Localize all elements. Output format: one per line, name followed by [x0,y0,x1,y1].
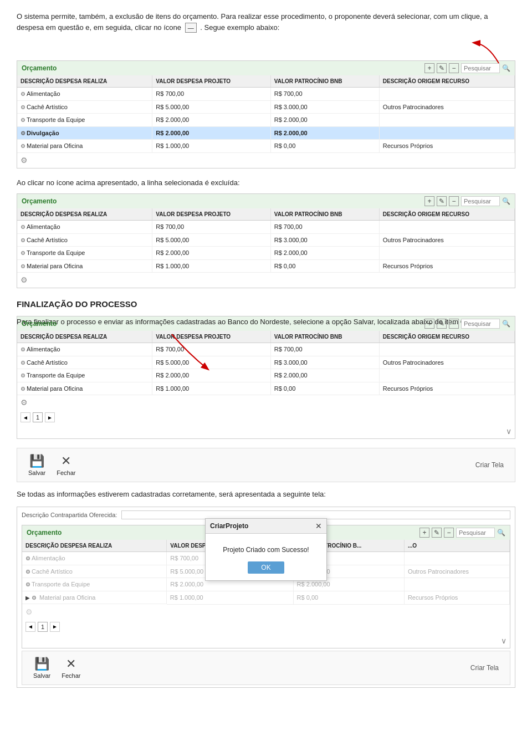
edit-btn-2[interactable]: ✎ [437,196,447,206]
table-1: DESCRIÇÃO DESPESA REALIZA VALOR DESPESA … [17,75,515,153]
scroll-indicator: ∨ [17,425,515,438]
col-valor-bnb-2: VALOR PATROCÍNIO BNB [270,208,379,221]
edit-btn-bg[interactable]: ✎ [432,528,442,538]
action-buttons-final: 💾 Salvar ✕ Fechar Criar Tela [22,651,510,685]
minus-icon-inline: — [185,23,197,33]
intro-text-after: . Segue exemplo abaixo: [200,23,279,32]
modal-title: CriarProjeto [210,521,248,531]
table-2: DESCRIÇÃO DESPESA REALIZA VALOR DESPESA … [17,208,515,273]
col-desc-3: DESCRIÇÃO DESPESA REALIZA [17,331,152,343]
col-origem: DESCRIÇÃO ORIGEM RECURSO [379,75,514,88]
prev-page-btn-bg[interactable]: ◄ [25,622,35,632]
edit-btn-3[interactable]: ✎ [437,319,447,329]
col-valor-despesa: VALOR DESPESA PROJETO [152,75,270,88]
footer-icon-bg: ⚙ [22,605,510,620]
final-text: Se todas as informações estiverem cadast… [17,489,515,500]
table-row: ⚙Alimentação R$ 700,00 R$ 700,00 [17,221,515,234]
fechar-label: Fechar [57,469,75,476]
table-header-row-3: DESCRIÇÃO DESPESA REALIZA VALOR DESPESA … [17,331,515,343]
modal-titlebar: CriarProjeto ✕ [206,519,326,534]
col-valor-despesa-2: VALOR DESPESA PROJETO [152,208,270,221]
fechar-button-final[interactable]: ✕ Fechar [62,657,80,679]
add-btn-bg[interactable]: + [420,528,429,538]
table-3: DESCRIÇÃO DESPESA REALIZA VALOR DESPESA … [17,331,515,395]
modal-ok-btn[interactable]: OK [248,561,284,574]
pagination-row-bg: ◄ 1 ► [22,620,510,634]
orcamento-controls-bg: + ✎ − 🔍 [420,528,505,538]
footer-icon-2: ⚙ [17,273,515,288]
table-row: ⚙Material para Oficina R$ 1.000,00 R$ 0,… [17,382,515,395]
pagination-row: ◄ 1 ► [17,410,515,425]
arrow-svg-2 [161,331,227,376]
search-btn-3[interactable]: 🔍 [502,320,510,328]
salvar-button-final[interactable]: 💾 Salvar [33,657,50,679]
table-row: ⚙Alimentação R$ 700,00 R$ 700,00 [17,88,515,101]
table-row: ⚙Transporte da Equipe R$ 2.000,00 R$ 2.0… [17,114,515,127]
table-row: ⚙Cachê Artístico R$ 5.000,00 R$ 3.000,00… [17,356,515,369]
add-btn-2[interactable]: + [424,196,434,206]
table-row: ⚙Cachê Artístico R$ 5.000,00 R$ 3.000,00… [17,233,515,247]
salvar-button[interactable]: 💾 Salvar [28,454,45,476]
orcamento-title-bg: Orçamento [27,528,62,538]
table-row: ⚙Transporte da Equipe R$ 2.000,00 R$ 2.0… [17,369,515,382]
orcamento-header-2: Orçamento + ✎ − 🔍 [17,194,515,208]
save-icon-final: 💾 [34,657,49,671]
orcamento-controls-2: + ✎ − 🔍 [424,196,510,206]
modal-bg: Descrição Contrapartida Oferecida: Orçam… [17,507,515,688]
col-valor-bnb: VALOR PATROCÍNIO BNB [270,75,379,88]
col-origem-3: DESCRIÇÃO ORIGEM RECURSO [379,331,514,343]
arrow-svg-1 [454,38,510,66]
search-input-2[interactable] [461,196,500,206]
current-page-bg: 1 [38,622,48,632]
criar-tela-link[interactable]: Criar Tela [475,460,504,470]
delete-btn-3[interactable]: − [449,319,459,329]
table-row: ⚙Divulgação R$ 2.000,00 R$ 2.000,00 [17,126,515,140]
criar-tela-link-final[interactable]: Criar Tela [470,663,499,673]
close-icon-final: ✕ [66,657,76,671]
current-page: 1 [33,412,43,422]
orcamento-title-3: Orçamento [22,319,57,329]
table-row: ⚙Alimentação R$ 700,00 R$ 700,00 [17,343,515,356]
intro-para1: O sistema permite, também, a exclusão de… [17,11,515,33]
table-row: ⚙Cachê Artístico R$ 5.000,00 R$ 3.000,00… [17,100,515,114]
action-buttons-left: 💾 Salvar ✕ Fechar [28,454,75,476]
modal-body: Projeto Criado com Sucesso! OK [206,534,326,580]
orcamento-table-3: Orçamento + ✎ − 🔍 DESCRIÇÃO DESPESA REAL… [17,316,515,439]
add-btn-3[interactable]: + [424,319,434,329]
close-icon: ✕ [61,454,71,468]
action-buttons-left-final: 💾 Salvar ✕ Fechar [33,657,80,679]
col-origem-2: DESCRIÇÃO ORIGEM RECURSO [379,208,514,221]
delete-btn-bg[interactable]: − [444,528,454,538]
search-btn-bg[interactable]: 🔍 [497,529,505,537]
action-buttons-area: 💾 Salvar ✕ Fechar Criar Tela [17,448,515,482]
footer-icon-3: ⚙ [17,395,515,410]
salvar-label: Salvar [28,469,45,476]
prev-page-btn[interactable]: ◄ [21,412,30,422]
search-input-3[interactable] [461,319,500,329]
search-input-bg[interactable] [456,528,495,538]
desc-label: Descrição Contrapartida Oferecida: [22,510,117,520]
salvar-label-final: Salvar [33,672,50,679]
finalizacao-heading: FINALIZAÇÃO DO PROCESSO [17,298,515,311]
table-row: ⚙Transporte da Equipe R$ 2.000,00 R$ 2.0… [17,247,515,260]
table-row: ▶⚙Material para Oficina R$ 1.000,00 R$ 0… [22,591,510,604]
col-desc-bg: DESCRIÇÃO DESPESA REALIZA [22,540,167,552]
modal-message: Projeto Criado com Sucesso! [223,546,309,554]
fechar-button[interactable]: ✕ Fechar [57,454,75,476]
mid-text-1: Ao clicar no ícone acima apresentado, a … [17,177,515,188]
fechar-label-final: Fechar [62,672,80,679]
orcamento-controls-3: + ✎ − 🔍 [424,319,510,329]
next-page-btn-bg[interactable]: ► [50,622,60,632]
table-row: ⚙Material para Oficina R$ 1.000,00 R$ 0,… [17,259,515,273]
orcamento-table-2: Orçamento + ✎ − 🔍 DESCRIÇÃO DESPESA REAL… [17,193,515,288]
col-desc: DESCRIÇÃO DESPESA REALIZA [17,75,152,88]
delete-btn-2[interactable]: − [449,196,459,206]
table-header-row: DESCRIÇÃO DESPESA REALIZA VALOR DESPESA … [17,75,515,88]
col-desc-2: DESCRIÇÃO DESPESA REALIZA [17,208,152,221]
orcamento-title-2: Orçamento [22,196,57,206]
scroll-indicator-bg: ∨ [22,634,510,648]
next-page-btn[interactable]: ► [45,412,55,422]
save-icon: 💾 [29,454,44,468]
search-btn-2[interactable]: 🔍 [502,197,510,205]
modal-close-btn[interactable]: ✕ [315,522,322,530]
